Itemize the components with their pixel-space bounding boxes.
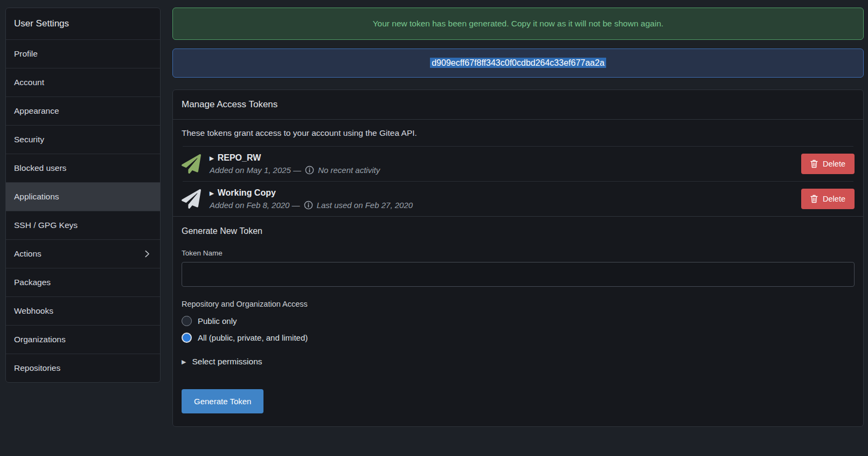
sidebar-item-blocked-users[interactable]: Blocked users: [6, 154, 160, 182]
token-generated-flash-message: Your new token has been generated. Copy …: [172, 8, 864, 40]
settings-sidebar: User Settings Profile Account Appearance…: [5, 8, 161, 383]
new-token-display-box: d909ecff67f8ff343c0f0cdbd264c33ef677aa2a: [172, 49, 864, 78]
radio-public-only[interactable]: Public only: [182, 316, 855, 326]
sidebar-item-appearance[interactable]: Appearance: [6, 96, 160, 125]
panel-description: These tokens grant access to your accoun…: [173, 120, 863, 146]
sidebar-item-webhooks[interactable]: Webhooks: [6, 296, 160, 325]
trash-icon: [810, 195, 818, 203]
sidebar-item-packages[interactable]: Packages: [6, 268, 160, 296]
token-row: ▶ Working Copy Added on Feb 8, 2020 — La…: [173, 182, 863, 216]
expand-triangle-icon: ▶: [182, 358, 186, 365]
sidebar-item-account[interactable]: Account: [6, 68, 160, 96]
settings-page: User Settings Profile Account Appearance…: [0, 0, 868, 427]
sidebar-title: User Settings: [6, 8, 160, 39]
token-name-toggle[interactable]: ▶ REPO_RW: [210, 153, 793, 163]
main-content: Your new token has been generated. Copy …: [172, 8, 864, 427]
token-name-toggle[interactable]: ▶ Working Copy: [210, 188, 793, 198]
repo-org-access-label: Repository and Organization Access: [182, 300, 855, 308]
token-name-label: Token Name: [182, 249, 855, 257]
info-circle-icon[interactable]: [305, 165, 314, 175]
token-name-input[interactable]: [182, 262, 855, 287]
sidebar-item-profile[interactable]: Profile: [6, 39, 160, 68]
radio-unchecked-icon[interactable]: [182, 316, 192, 326]
chevron-right-icon: [142, 249, 152, 259]
sidebar-item-organizations[interactable]: Organizations: [6, 325, 160, 354]
radio-all-access[interactable]: All (public, private, and limited): [182, 333, 855, 343]
generate-token-button[interactable]: Generate Token: [182, 389, 263, 413]
token-meta: Added on May 1, 2025 — No recent activit…: [210, 165, 793, 175]
manage-access-tokens-panel: Manage Access Tokens These tokens grant …: [172, 89, 864, 427]
paper-plane-icon: [182, 154, 201, 174]
sidebar-item-actions[interactable]: Actions: [6, 239, 160, 268]
info-circle-icon[interactable]: [304, 201, 313, 210]
delete-token-button[interactable]: Delete: [801, 154, 855, 174]
radio-checked-icon[interactable]: [182, 333, 192, 343]
expand-triangle-icon: ▶: [210, 190, 214, 196]
panel-title: Manage Access Tokens: [173, 90, 863, 120]
token-meta: Added on Feb 8, 2020 — Last used on Feb …: [210, 201, 793, 210]
sidebar-item-applications[interactable]: Applications: [6, 182, 160, 211]
sidebar-item-ssh-gpg-keys[interactable]: SSH / GPG Keys: [6, 211, 160, 239]
generate-new-token-section: Generate New Token Token Name Repository…: [173, 216, 863, 426]
sidebar-item-repositories[interactable]: Repositories: [6, 354, 160, 382]
new-token-value[interactable]: d909ecff67f8ff343c0f0cdbd264c33ef677aa2a: [430, 58, 606, 68]
expand-triangle-icon: ▶: [210, 155, 214, 161]
sidebar-item-security[interactable]: Security: [6, 125, 160, 154]
delete-token-button[interactable]: Delete: [801, 189, 855, 209]
select-permissions-toggle[interactable]: ▶ Select permissions: [182, 357, 855, 367]
generate-section-title: Generate New Token: [182, 226, 855, 236]
paper-plane-icon: [182, 189, 201, 209]
token-row: ▶ REPO_RW Added on May 1, 2025 — No rece…: [173, 147, 863, 181]
trash-icon: [810, 160, 818, 168]
